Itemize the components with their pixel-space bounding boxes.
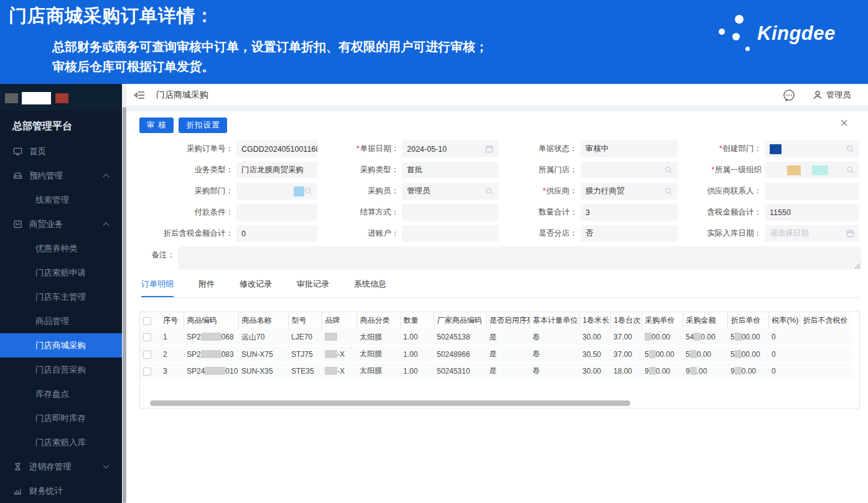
qty-total-input[interactable]: 3 (581, 204, 678, 221)
tax-amount-total-input[interactable]: 11550 (765, 204, 859, 221)
col-model: 型号 (288, 312, 322, 329)
supplier-input[interactable]: 膜力行商贸 (581, 183, 678, 200)
search-icon (665, 187, 673, 195)
field-business-type: 业务类型： 门店龙膜商贸采购 (139, 162, 317, 178)
logo-block-white (22, 92, 51, 104)
doc-date-input[interactable]: 2024-05-10 (402, 141, 498, 157)
sidebar-item-product-mgmt[interactable]: 商品管理 (0, 309, 122, 333)
purchaser-input[interactable]: 管理员 (402, 183, 498, 200)
income-account-input[interactable] (402, 225, 498, 242)
field-label: 含税金额合计： (678, 207, 765, 218)
sidebar-item-store-self-purchase[interactable]: 门店自营采购 (0, 358, 122, 382)
col-serial-enabled: 是否启用序列号 (486, 312, 530, 329)
sidebar-item-label: 财务统计 (29, 486, 63, 497)
col-discounted-price: 折后单价 (727, 312, 768, 329)
sidebar-item-label: 商品管理 (35, 316, 69, 327)
field-value: 门店龙膜商贸采购 (241, 165, 304, 175)
business-type-input[interactable]: 门店龙膜商贸采购 (236, 162, 317, 178)
message-icon[interactable] (783, 89, 795, 101)
user-menu[interactable]: 管理员 (813, 90, 851, 101)
sidebar-item-label: 商贸业务 (29, 219, 63, 230)
sidebar-item-inventory-mgmt[interactable]: 进销存管理 (0, 455, 122, 479)
sidebar-item-store-claim-apply[interactable]: 门店索赔申请 (0, 261, 122, 285)
sidebar-item-store-mall-purchase[interactable]: 门店商城采购 (0, 333, 122, 358)
cell-factory-code: 50245138 (434, 329, 486, 346)
menu-fold-icon[interactable] (134, 90, 145, 100)
field-value: 否 (586, 228, 594, 239)
table-row[interactable]: 2 SP2083 SUN-X75 STJ75 -X 太阳膜 1.00 50248… (140, 346, 852, 362)
store-input[interactable] (581, 162, 678, 178)
is-branch-input[interactable]: 否 (581, 225, 678, 242)
settlement-method-input[interactable] (402, 204, 498, 221)
remark-textarea[interactable] (178, 246, 861, 270)
sidebar-item-store-claim-inbound[interactable]: 门店索赔入库 (0, 430, 122, 455)
resize-handle-icon[interactable] (854, 263, 860, 269)
sidebar-item-label: 预约管理 (29, 170, 63, 182)
horizontal-scrollbar-thumb[interactable] (150, 400, 630, 406)
field-value: 管理员 (407, 186, 431, 196)
sidebar-item-stock-count[interactable]: 库存盘点 (0, 382, 122, 406)
purchase-type-input[interactable]: 首批 (402, 162, 498, 178)
tab-order-detail[interactable]: 订单明细 (141, 279, 174, 297)
close-icon[interactable]: × (840, 116, 848, 130)
sidebar-item-label: 线索管理 (35, 195, 69, 206)
cell-product-code: SP240106 (184, 362, 238, 379)
purchase-order-no-input[interactable]: CGDD20240510011689 (236, 141, 317, 157)
field-tax-amount-total: 含税金额合计： 11550 (678, 204, 859, 221)
audit-button[interactable]: 审 核 (139, 118, 174, 133)
banner-title: 门店商城采购订单详情： (9, 4, 214, 29)
sidebar-item-coupon-types[interactable]: 优惠券种类 (0, 236, 122, 261)
sidebar-item-appointment[interactable]: 预约管理 (0, 164, 122, 188)
cell-purchase-amount: 540.00 (683, 329, 727, 346)
sidebar-item-leads[interactable]: 线索管理 (0, 188, 122, 212)
cell-roll-meters: 30.00 (579, 362, 610, 379)
row-checkbox[interactable] (143, 351, 151, 359)
sidebar-item-store-owner-mgmt[interactable]: 门店车主管理 (0, 285, 122, 309)
page-title: 门店商城采购 (156, 90, 208, 101)
discount-settings-button[interactable]: 折扣设置 (179, 118, 227, 133)
field-purchaser: 采购员： 管理员 (317, 183, 498, 200)
sidebar-item-trade[interactable]: 商贸业务 (0, 212, 122, 236)
cell-qty: 1.00 (400, 346, 434, 362)
redacted-patch (325, 333, 337, 341)
redacted-block (812, 165, 828, 175)
search-icon (304, 187, 312, 195)
actual-inbound-date-input[interactable]: 请选择日期 (765, 225, 859, 242)
field-purchase-order-no: 采购订单号： CGDD20240510011689 (139, 141, 317, 157)
sidebar-item-label: 进销存管理 (29, 461, 72, 473)
tab-approval-log[interactable]: 审批记录 (297, 279, 329, 297)
search-icon (846, 166, 854, 174)
cell-roll-meters: 30.00 (579, 329, 610, 346)
select-all-checkbox[interactable] (143, 317, 151, 325)
user-name: 管理员 (826, 90, 851, 101)
create-dept-input[interactable] (765, 141, 859, 157)
cell-roll-meters: 30.50 (579, 346, 610, 362)
tab-system-info[interactable]: 系统信息 (354, 279, 386, 297)
table-row[interactable]: 3 SP240106 SUN-X35 STE35 -X 太阳膜 1.00 502… (140, 362, 852, 379)
field-label: 采购员： (317, 186, 402, 196)
sidebar-scrollbar[interactable] (122, 84, 126, 503)
sidebar-item-finance-stats[interactable]: 财务统计 (0, 479, 122, 503)
cell-category: 太阳膜 (357, 346, 400, 362)
first-level-org-input[interactable] (765, 162, 859, 178)
table-header-row: 序号 商品编码 商品名称 型号 品牌 商品分类 数量 厂家商品编码 是否启用序列… (140, 312, 852, 329)
tab-attachments[interactable]: 附件 (198, 279, 215, 297)
cell-discounted-price: 90.00 (727, 362, 768, 379)
discounted-total-input[interactable]: 0 (236, 225, 317, 242)
row-checkbox[interactable] (143, 367, 151, 376)
field-label: 结算方式： (317, 207, 402, 218)
field-label: 采购订单号： (139, 144, 236, 154)
sidebar-scrollbar-thumb[interactable] (123, 107, 126, 503)
tab-modify-log[interactable]: 修改记录 (240, 279, 272, 297)
sidebar-item-home[interactable]: 首页 (0, 139, 122, 164)
row-checkbox[interactable] (143, 333, 151, 341)
cell-brand: -X (322, 346, 357, 362)
purchase-dept-input[interactable] (236, 183, 317, 200)
payment-terms-input[interactable] (236, 204, 317, 221)
doc-status-input[interactable]: 审核中 (581, 141, 678, 157)
table-row[interactable]: 1 SP2068 远山70 LJE70 太阳膜 1.00 50245138 是 … (140, 329, 852, 346)
cell-tax-rate: 0 (768, 346, 800, 362)
sidebar-item-store-realtime-stock[interactable]: 门店即时库存 (0, 406, 122, 430)
cell-product-name: SUN-X75 (238, 346, 288, 362)
supplier-contact-input[interactable] (765, 183, 859, 200)
